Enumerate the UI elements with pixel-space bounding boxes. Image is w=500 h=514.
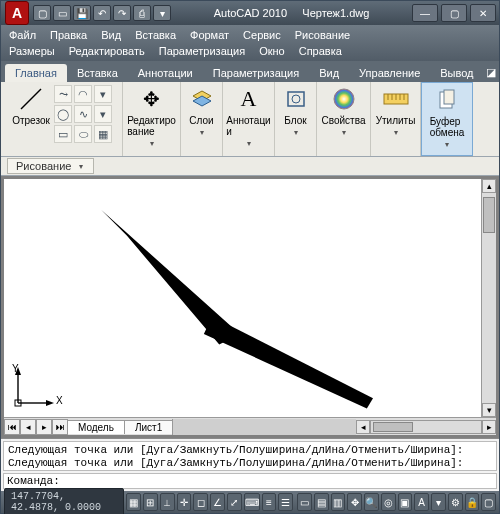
modify-button[interactable]: ✥ Редактиро вание ▾ xyxy=(132,85,172,148)
ribbon-collapse-icon[interactable]: ◪ xyxy=(484,63,499,82)
menu-insert[interactable]: Вставка xyxy=(135,29,176,41)
qat-new-icon[interactable]: ▢ xyxy=(33,5,51,21)
polar-toggle[interactable]: ✛ xyxy=(177,493,192,511)
app-menu-button[interactable]: A xyxy=(5,1,29,25)
coordinates-readout[interactable]: 147.7704, 42.4878, 0.0000 xyxy=(4,488,124,514)
osnap-toggle[interactable]: ◻ xyxy=(193,493,208,511)
ribbon-tab-annotate[interactable]: Аннотации xyxy=(128,64,203,82)
draw-panel-expander[interactable]: Рисование ▾ xyxy=(7,158,94,174)
workspace-icon[interactable]: ⚙ xyxy=(448,493,463,511)
command-line[interactable]: Команда: xyxy=(3,473,497,489)
sheet-last-icon[interactable]: ⏭ xyxy=(52,419,68,435)
dropdown2-icon[interactable]: ▾ xyxy=(94,105,112,123)
annovis-icon[interactable]: ▾ xyxy=(431,493,446,511)
scroll-down-icon[interactable]: ▾ xyxy=(482,403,496,417)
arc-icon[interactable]: ◠ xyxy=(74,85,92,103)
line-button[interactable]: Отрезок xyxy=(11,85,51,126)
clipboard-button[interactable]: Буфер обмена ▾ xyxy=(427,86,467,149)
annoscale-icon[interactable]: A xyxy=(414,493,429,511)
status-bar: 147.7704, 42.4878, 0.0000 ▦ ⊞ ⟂ ✛ ◻ ∠ ⤢ … xyxy=(1,491,499,513)
sheet-first-icon[interactable]: ⏮ xyxy=(4,419,20,435)
close-button[interactable]: ✕ xyxy=(470,4,496,22)
block-button[interactable]: Блок ▾ xyxy=(276,85,316,137)
menu-edit[interactable]: Правка xyxy=(50,29,87,41)
props-button[interactable]: Свойства ▾ xyxy=(324,85,364,137)
showmotion-icon[interactable]: ▣ xyxy=(398,493,413,511)
polyline-icon[interactable]: ⤳ xyxy=(54,85,72,103)
steering-wheel-icon[interactable]: ◎ xyxy=(381,493,396,511)
hatch-icon[interactable]: ▦ xyxy=(94,125,112,143)
scroll-left-icon[interactable]: ◂ xyxy=(356,420,370,434)
tab-sheet1[interactable]: Лист1 xyxy=(124,420,173,434)
snap-toggle[interactable]: ▦ xyxy=(126,493,141,511)
menu-dimensions[interactable]: Размеры xyxy=(9,45,55,57)
qat-undo-icon[interactable]: ↶ xyxy=(93,5,111,21)
command-history[interactable]: Следующая точка или [Дуга/Замкнуть/Полуш… xyxy=(3,441,497,471)
ellipse-icon[interactable]: ⬭ xyxy=(74,125,92,143)
menu-file[interactable]: Файл xyxy=(9,29,36,41)
menu-parametric[interactable]: Параметризация xyxy=(159,45,245,57)
qat-redo-icon[interactable]: ↷ xyxy=(113,5,131,21)
ribbon-tab-parametric[interactable]: Параметризация xyxy=(203,64,309,82)
ribbon-tab-view[interactable]: Вид xyxy=(309,64,349,82)
ribbon: Отрезок ⤳ ◠ ▾ ◯ ∿ ▾ ▭ ⬭ ▦ ✥ Редактиро xyxy=(1,82,499,157)
dyn-toggle[interactable]: ⌨ xyxy=(244,493,260,511)
ortho-toggle[interactable]: ⟂ xyxy=(160,493,175,511)
drawing-canvas[interactable]: Y X ▴ ▾ xyxy=(4,179,496,417)
dropdown-icon[interactable]: ▾ xyxy=(94,85,112,103)
qp-toggle[interactable]: ☰ xyxy=(278,493,293,511)
minimize-button[interactable]: — xyxy=(412,4,438,22)
scroll-up-icon[interactable]: ▴ xyxy=(482,179,496,193)
rectangle-icon[interactable]: ▭ xyxy=(54,125,72,143)
vscroll-track[interactable] xyxy=(482,193,496,403)
cleanscreen-icon[interactable]: ▢ xyxy=(481,493,496,511)
annotation-button[interactable]: A Аннотаци и ▾ xyxy=(229,85,269,148)
ribbon-tab-output[interactable]: Вывод xyxy=(430,64,483,82)
hscroll-track[interactable] xyxy=(370,420,482,434)
menu-tools[interactable]: Сервис xyxy=(243,29,281,41)
hscroll-thumb[interactable] xyxy=(373,422,413,432)
menu-draw[interactable]: Рисование xyxy=(295,29,350,41)
command-input[interactable] xyxy=(60,475,493,487)
lwt-toggle[interactable]: ≡ xyxy=(262,493,277,511)
quick-access-toolbar: ▢ ▭ 💾 ↶ ↷ ⎙ ▾ xyxy=(33,5,171,21)
line-label: Отрезок xyxy=(12,115,50,126)
qat-dropdown-icon[interactable]: ▾ xyxy=(153,5,171,21)
svg-point-3 xyxy=(334,89,354,109)
qat-print-icon[interactable]: ⎙ xyxy=(133,5,151,21)
sheet-prev-icon[interactable]: ◂ xyxy=(20,419,36,435)
dynucs-toggle[interactable]: ⤢ xyxy=(227,493,242,511)
toolbar-lock-icon[interactable]: 🔒 xyxy=(465,493,480,511)
util-button[interactable]: Утилиты ▾ xyxy=(376,85,416,137)
sheet-next-icon[interactable]: ▸ xyxy=(36,419,52,435)
spline-icon[interactable]: ∿ xyxy=(74,105,92,123)
vertical-scrollbar[interactable]: ▴ ▾ xyxy=(481,179,496,417)
qat-save-icon[interactable]: 💾 xyxy=(73,5,91,21)
menu-format[interactable]: Формат xyxy=(190,29,229,41)
quickview-layouts-icon[interactable]: ▤ xyxy=(314,493,329,511)
horizontal-scrollbar[interactable]: ◂ ▸ xyxy=(356,420,496,434)
otrack-toggle[interactable]: ∠ xyxy=(210,493,225,511)
grid-toggle[interactable]: ⊞ xyxy=(143,493,158,511)
ribbon-tab-insert[interactable]: Вставка xyxy=(67,64,128,82)
qat-open-icon[interactable]: ▭ xyxy=(53,5,71,21)
tab-model[interactable]: Модель xyxy=(67,420,125,434)
circle-icon[interactable]: ◯ xyxy=(54,105,72,123)
menu-view[interactable]: Вид xyxy=(101,29,121,41)
quickview-drawings-icon[interactable]: ▥ xyxy=(331,493,346,511)
modelspace-toggle[interactable]: ▭ xyxy=(297,493,312,511)
maximize-button[interactable]: ▢ xyxy=(441,4,467,22)
vscroll-thumb[interactable] xyxy=(483,197,495,233)
scroll-right-icon[interactable]: ▸ xyxy=(482,420,496,434)
menu-modify[interactable]: Редактировать xyxy=(69,45,145,57)
pan-icon[interactable]: ✥ xyxy=(347,493,362,511)
menu-window[interactable]: Окно xyxy=(259,45,285,57)
ribbon-tab-home[interactable]: Главная xyxy=(5,64,67,82)
ribbon-tabs: Главная Вставка Аннотации Параметризация… xyxy=(1,61,499,82)
ribbon-tab-manage[interactable]: Управление xyxy=(349,64,430,82)
zoom-icon[interactable]: 🔍 xyxy=(364,493,379,511)
layers-button[interactable]: Слои ▾ xyxy=(182,85,222,137)
menu-help[interactable]: Справка xyxy=(299,45,342,57)
panel-props: Свойства ▾ xyxy=(317,82,371,156)
panel-modify: ✥ Редактиро вание ▾ xyxy=(123,82,181,156)
